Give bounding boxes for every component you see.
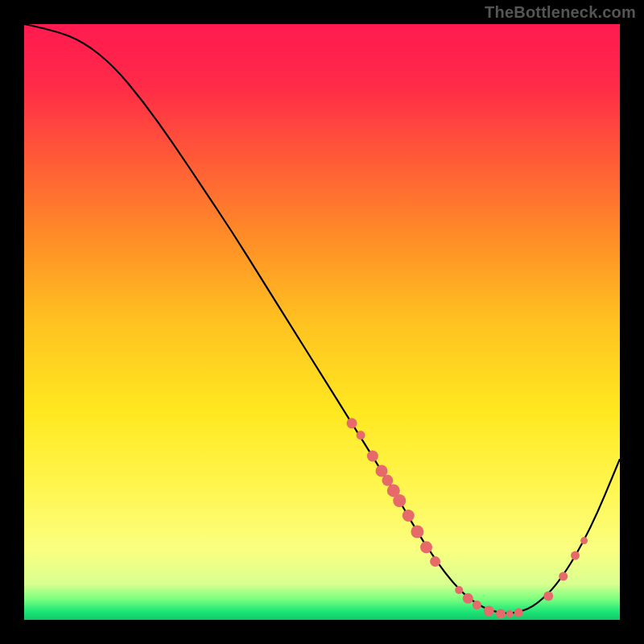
sample-point bbox=[484, 605, 494, 616]
sample-point bbox=[559, 572, 568, 580]
gradient-background bbox=[24, 24, 620, 620]
sample-point bbox=[463, 593, 473, 604]
sample-point bbox=[402, 510, 415, 522]
sample-point bbox=[430, 556, 440, 567]
sample-point bbox=[367, 451, 378, 462]
sample-point bbox=[420, 541, 432, 553]
sample-point bbox=[357, 431, 365, 440]
sample-point bbox=[580, 537, 588, 544]
sample-point bbox=[393, 494, 406, 507]
sample-point bbox=[455, 586, 463, 594]
sample-point bbox=[506, 610, 514, 617]
sample-point bbox=[543, 591, 553, 601]
sample-point bbox=[571, 551, 580, 560]
sample-point bbox=[514, 609, 523, 617]
sample-point bbox=[496, 609, 506, 619]
chart-svg bbox=[0, 0, 644, 644]
chart-container: TheBottleneck.com bbox=[0, 0, 644, 644]
watermark-text: TheBottleneck.com bbox=[485, 3, 636, 22]
sample-point bbox=[473, 601, 481, 609]
sample-point bbox=[382, 475, 393, 486]
sample-point bbox=[347, 418, 357, 428]
sample-point bbox=[411, 525, 423, 538]
